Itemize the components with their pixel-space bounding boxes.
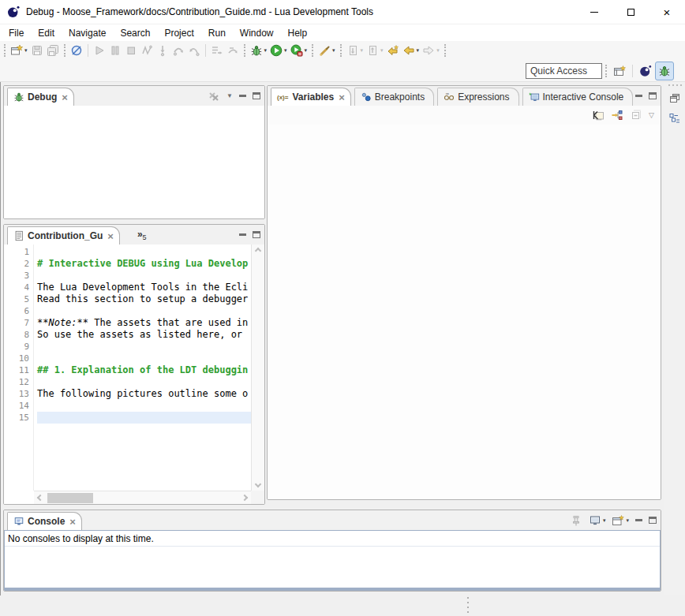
back-button[interactable]: ▾ — [401, 42, 421, 59]
tab-breakpoints[interactable]: Breakpoints — [354, 88, 434, 106]
toolbar-drag-handle[interactable] — [64, 44, 66, 57]
step-filters-button[interactable] — [209, 42, 225, 59]
previous-annotation-button[interactable]: ▾ — [365, 42, 385, 59]
tab-interactive-console[interactable]: Interactive Console — [522, 88, 634, 106]
scroll-up-icon[interactable] — [255, 248, 261, 254]
toolbar-drag-handle[interactable] — [312, 44, 313, 57]
status-bar-grip[interactable] — [467, 597, 469, 613]
next-annotation-button[interactable]: ▾ — [345, 42, 365, 59]
step-return-button[interactable] — [186, 42, 202, 59]
restore-view-button[interactable] — [666, 89, 683, 106]
menu-navigate[interactable]: Navigate — [62, 26, 113, 40]
step-into-button[interactable] — [155, 42, 170, 59]
code-line — [37, 400, 251, 412]
line-number: 7 — [4, 317, 29, 329]
debug-perspective-button[interactable] — [655, 62, 674, 80]
minimize-view-icon[interactable] — [635, 519, 642, 521]
new-wizard-button[interactable]: ▾ — [9, 42, 29, 59]
menu-edit[interactable]: Edit — [31, 26, 62, 40]
code-line: So use the assets as listed here, or — [37, 329, 251, 341]
maximize-view-icon[interactable] — [253, 92, 260, 99]
pin-console-button[interactable] — [570, 514, 582, 527]
display-selected-console-button[interactable]: ▾ — [589, 514, 606, 527]
show-type-names-button[interactable] — [592, 109, 605, 121]
open-console-button[interactable]: ▾ — [612, 514, 629, 527]
maximize-view-icon[interactable] — [253, 231, 260, 238]
editor-text-area[interactable]: 1 2# Interactive DEBUG using Lua Develop… — [4, 245, 251, 491]
minimize-view-icon[interactable] — [635, 95, 642, 97]
menu-project[interactable]: Project — [157, 26, 200, 40]
minimize-view-icon[interactable] — [239, 233, 246, 236]
terminate-button[interactable] — [123, 42, 139, 59]
close-icon[interactable]: × — [107, 231, 114, 241]
view-menu-icon[interactable]: ▽ — [649, 111, 654, 119]
debug-view-content[interactable] — [4, 106, 264, 218]
outline-view-button[interactable] — [666, 110, 683, 127]
remove-terminated-icon — [208, 90, 220, 103]
external-tools-icon — [318, 44, 331, 57]
vertical-scrollbar[interactable] — [251, 245, 264, 491]
view-menu-icon[interactable]: ▼ — [226, 92, 233, 99]
suspend-button[interactable] — [107, 42, 123, 59]
toolbar-drag-handle[interactable] — [244, 44, 245, 57]
remove-terminated-button[interactable] — [208, 90, 220, 103]
scrollbar-thumb[interactable] — [47, 493, 93, 503]
skip-all-breakpoints-button[interactable] — [69, 42, 84, 59]
last-edit-location-button[interactable] — [385, 42, 401, 59]
step-over-button[interactable] — [170, 42, 186, 59]
scroll-down-icon[interactable] — [255, 481, 261, 487]
menu-file[interactable]: File — [2, 26, 31, 40]
next-annotation-icon — [346, 44, 359, 57]
minimize-view-icon[interactable] — [239, 95, 246, 97]
external-tools-button[interactable]: ▾ — [316, 42, 337, 59]
save-all-button[interactable] — [45, 42, 61, 59]
quick-access-input[interactable]: Quick Access — [526, 63, 602, 79]
tab-expressions[interactable]: x= Expressions — [437, 88, 518, 106]
editor-overflow-chevron[interactable]: »5 — [137, 229, 147, 245]
drop-to-frame-button[interactable] — [225, 42, 241, 59]
horizontal-scrollbar[interactable] — [34, 491, 251, 504]
open-perspective-button[interactable] — [610, 62, 629, 80]
toolbar-drag-handle[interactable] — [605, 65, 607, 77]
close-icon[interactable]: × — [62, 92, 68, 103]
back-icon — [402, 44, 415, 57]
scroll-right-icon[interactable] — [241, 495, 248, 501]
lua-perspective-button[interactable] — [636, 62, 655, 80]
menu-run[interactable]: Run — [201, 26, 233, 40]
window-close-button[interactable]: × — [649, 0, 685, 24]
menu-window[interactable]: Window — [233, 26, 281, 40]
collapse-all-button[interactable] — [630, 109, 642, 121]
window-minimize-button[interactable] — [576, 0, 612, 24]
debug-button[interactable]: ▾ — [249, 42, 269, 59]
toolbar-drag-handle[interactable] — [4, 44, 6, 57]
toolbar-drag-handle[interactable] — [340, 44, 342, 57]
variables-view-content[interactable] — [268, 125, 661, 499]
maximize-view-icon[interactable] — [649, 517, 657, 524]
trim-drag-handle[interactable] — [664, 82, 685, 86]
emphasis-text: **Note:** — [37, 317, 88, 328]
window-maximize-button[interactable] — [612, 0, 649, 24]
console-content[interactable]: No consoles to display at this time. — [4, 530, 661, 591]
save-button[interactable] — [29, 42, 45, 59]
profile-button[interactable]: ▾ — [289, 42, 309, 59]
menu-search[interactable]: Search — [113, 26, 157, 40]
forward-button[interactable]: ▾ — [421, 42, 441, 59]
tab-label: Interactive Console — [543, 91, 624, 103]
menu-help[interactable]: Help — [281, 26, 315, 40]
line-number: 8 — [4, 329, 29, 341]
close-icon[interactable]: × — [69, 517, 76, 527]
run-button[interactable]: ▾ — [268, 42, 289, 59]
tab-debug[interactable]: Debug × — [7, 88, 74, 106]
tab-contribution-guide[interactable]: Contribution_Gu × — [7, 226, 120, 245]
toolbar-drag-handle[interactable] — [444, 44, 446, 57]
show-logical-structures-button[interactable] — [611, 109, 623, 121]
scroll-left-icon[interactable] — [37, 495, 43, 501]
tab-variables[interactable]: (x)= Variables × — [271, 88, 351, 106]
tab-console[interactable]: Console × — [7, 512, 82, 530]
close-icon[interactable]: × — [339, 92, 345, 103]
disconnect-button[interactable] — [139, 42, 155, 59]
hidden-editor-count: 5 — [143, 233, 147, 241]
resume-button[interactable] — [92, 42, 107, 59]
maximize-view-icon[interactable] — [649, 92, 657, 99]
previous-annotation-icon — [366, 44, 379, 57]
